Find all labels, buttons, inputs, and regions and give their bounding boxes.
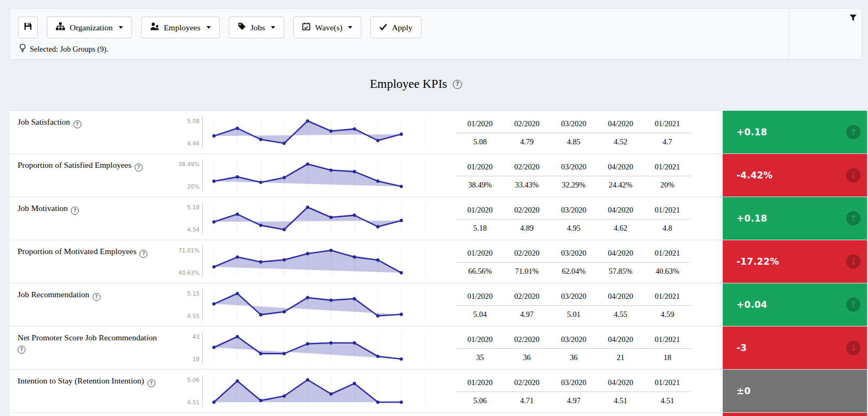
wave-header-cell: 03/2020	[550, 248, 597, 263]
wave-header-cell: 01/2020	[457, 248, 503, 263]
chevron-down-icon	[348, 26, 352, 29]
kpi-label-cell: ?	[10, 413, 202, 416]
wave-table-cell: 01/202002/202003/202004/202001/2021 3536…	[426, 327, 722, 369]
axis-min-label: 4.51	[187, 399, 200, 405]
change-value: +0.18	[737, 127, 767, 137]
lightbulb-icon	[19, 44, 26, 55]
wave-value-cell: 5.01	[550, 306, 597, 320]
page: Organization Employees Jobs Wave(s)	[0, 0, 868, 416]
wave-header-cell: 01/2020	[457, 377, 503, 392]
wave-value-cell: 4.97	[503, 306, 550, 320]
sparkline-chart	[202, 327, 426, 369]
arrow-icon: ↓	[846, 168, 861, 183]
wave-value-cell: 4.71	[503, 392, 550, 406]
kpi-help-icon[interactable]: ?	[71, 207, 79, 215]
kpi-help-icon[interactable]: ?	[139, 250, 147, 258]
axis-max-label: 38.49%	[178, 161, 200, 167]
sparkline-chart	[202, 413, 426, 416]
change-value: +0.18	[737, 213, 767, 224]
axis-min-label: 4.54	[187, 226, 200, 233]
save-button[interactable]	[18, 17, 38, 38]
wave-header-cell: 02/2020	[503, 248, 550, 263]
kpi-table: Job Satisfaction? 5.08 4.44 01/202002/20…	[10, 110, 867, 416]
wave-header-row: 01/202002/202003/202004/202001/2021	[457, 334, 691, 349]
wave-value-cell: 4.85	[550, 133, 597, 147]
kpi-label: Job Recommendation	[18, 290, 89, 299]
wave-header-cell: 01/2021	[644, 161, 691, 176]
wave-value-cell: 18	[644, 349, 691, 363]
kpi-row: ?	[10, 413, 867, 416]
wave-value-cell: 4.62	[597, 219, 644, 233]
kpi-help-icon[interactable]: ?	[135, 164, 143, 172]
kpi-help-icon[interactable]: ?	[73, 120, 81, 128]
save-icon	[24, 22, 32, 32]
employees-dropdown[interactable]: Employees	[141, 17, 220, 38]
wave-header-row: 01/202002/202003/202004/202001/2021	[457, 161, 691, 176]
wave-value-cell: 4.7	[644, 133, 691, 147]
change-badge: +0.18 ↑	[722, 197, 867, 240]
wave-header-cell: 02/2020	[503, 377, 550, 392]
wave-header-cell: 01/2020	[457, 291, 503, 306]
arrow-icon: ↓	[846, 341, 861, 355]
employees-icon	[150, 22, 159, 32]
tag-icon	[238, 22, 246, 32]
wave-value-cell: 4.95	[550, 219, 597, 233]
wave-value-cell: 36	[503, 349, 550, 363]
jobs-dropdown[interactable]: Jobs	[229, 17, 285, 38]
calendar-check-icon	[302, 22, 310, 32]
kpi-label-cell: Intention to Stay (Retention Intention)?…	[10, 370, 202, 412]
wave-header-row: 01/202002/202003/202004/202001/2021	[457, 118, 691, 133]
kpi-label-cell: Job Recommendation? 5.15 4.55	[10, 283, 202, 326]
kpi-help-icon[interactable]: ?	[93, 293, 101, 301]
organization-dropdown[interactable]: Organization	[47, 17, 132, 38]
change-value: ±0	[737, 386, 751, 396]
axis-max-label: 5.08	[187, 118, 200, 124]
arrow-glyph: ↑	[849, 214, 857, 223]
wave-table: 01/202002/202003/202004/202001/2021 38.4…	[457, 161, 691, 190]
wave-header-cell: 01/2020	[457, 161, 503, 176]
toolbar-right-section	[789, 9, 862, 59]
apply-button[interactable]: Apply	[370, 17, 421, 38]
wave-value-cell: 21	[597, 349, 644, 363]
wave-value-cell: 33.43%	[503, 176, 550, 190]
wave-value-cell: 4.52	[597, 133, 644, 147]
axis-min-label: 40.63%	[178, 270, 200, 276]
wave-table-cell: 01/202002/202003/202004/202001/2021 38.4…	[426, 154, 722, 197]
kpi-row: Job Recommendation? 5.15 4.55 01/202002/…	[10, 283, 867, 327]
arrow-icon: ↓	[846, 255, 861, 269]
wave-value-cell: 4.89	[503, 219, 550, 233]
question-circle-icon[interactable]: ?	[453, 80, 462, 89]
wave-header-cell: 04/2020	[597, 161, 644, 176]
kpi-label: Intention to Stay (Retention Intention)	[18, 376, 144, 385]
wave-value-cell: 24.42%	[597, 176, 644, 190]
chevron-down-icon	[119, 26, 123, 29]
kpi-help-icon[interactable]: ?	[147, 379, 155, 387]
wave-table: 01/202002/202003/202004/202001/2021 5.18…	[457, 205, 691, 233]
wave-header-cell: 01/2021	[644, 118, 691, 133]
wave-header-row: 01/202002/202003/202004/202001/2021	[457, 248, 691, 263]
waves-dropdown[interactable]: Wave(s)	[293, 17, 361, 38]
kpi-row: Job Satisfaction? 5.08 4.44 01/202002/20…	[10, 111, 867, 154]
wave-value-cell: 4.8	[644, 219, 691, 233]
wave-table-cell: 01/202002/202003/202004/202001/2021 66.5…	[426, 240, 722, 283]
wave-value-cell: 66.56%	[457, 263, 503, 276]
kpi-label: Job Satisfaction	[18, 117, 70, 126]
wave-table: 01/202002/202003/202004/202001/2021 5.04…	[457, 291, 691, 319]
wave-header-cell: 02/2020	[503, 334, 550, 349]
funnel-icon[interactable]	[849, 14, 857, 59]
page-title-row: Employee KPIs ?	[10, 75, 867, 93]
change-value: -3	[737, 342, 747, 353]
arrow-glyph: ↑	[849, 300, 857, 309]
kpi-help-icon[interactable]: ?	[18, 346, 26, 354]
wave-header-row: 01/202002/202003/202004/202001/2021	[457, 291, 691, 306]
toolbar-main: Organization Employees Jobs Wave(s)	[10, 9, 789, 59]
wave-value-cell: 4.97	[550, 392, 597, 406]
wave-header-cell: 03/2020	[550, 334, 597, 349]
change-value: -4.42%	[737, 170, 773, 181]
change-value: +0.04	[737, 299, 767, 310]
change-badge: +0.04 ↑	[722, 283, 867, 326]
wave-table-cell: 01/202002/202003/202004/202001/2021 5.06…	[426, 370, 722, 412]
axis-min-label: 18	[193, 356, 200, 362]
arrow-glyph: ↓	[849, 171, 857, 180]
wave-header-cell: 01/2021	[644, 291, 691, 306]
